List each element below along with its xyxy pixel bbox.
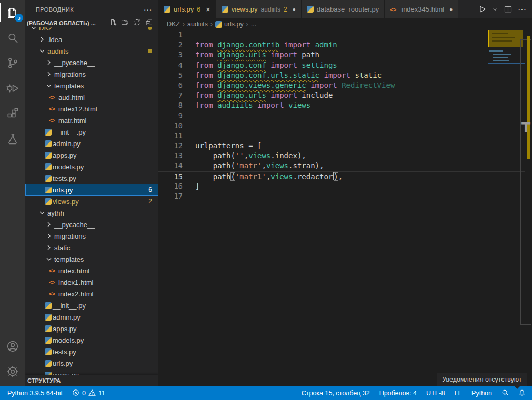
tree-item-index1.html[interactable]: <>index1.html bbox=[25, 276, 158, 288]
line-number: 9 bbox=[158, 111, 183, 121]
code-line-4[interactable]: 4 from django.conf import settings bbox=[158, 60, 525, 70]
line-number: 15 bbox=[158, 172, 183, 181]
code-line-3[interactable]: 3 from django.urls import path bbox=[158, 50, 525, 60]
html-file-icon: <> bbox=[49, 94, 57, 100]
tree-item-aythh[interactable]: aythh bbox=[25, 207, 158, 219]
breadcrumb-item-DKZ[interactable]: DKZ bbox=[167, 20, 180, 28]
tree-item-audiiits[interactable]: audiiits bbox=[25, 45, 158, 57]
tree-item-apps.py[interactable]: apps.py bbox=[25, 149, 158, 161]
tree-item-.idea[interactable]: .idea bbox=[25, 34, 158, 45]
tab-views.py[interactable]: views.py audiiits 2 ● bbox=[216, 0, 302, 18]
feedback-icon[interactable] bbox=[501, 389, 509, 398]
activity-source-control-icon[interactable] bbox=[0, 50, 25, 76]
tree-item-tests.py[interactable]: tests.py bbox=[25, 346, 158, 357]
code-line-15[interactable]: 15 path('matr1',views.redactor), bbox=[158, 171, 525, 181]
tree-item-DKZ[interactable]: DKZ bbox=[25, 27, 158, 34]
code-line-9[interactable]: 9 bbox=[158, 111, 525, 121]
html-file-icon: <> bbox=[49, 106, 57, 112]
code-line-14[interactable]: 14 path('matr',views.stran), bbox=[158, 161, 525, 171]
tree-item-views.py[interactable]: views.py2 bbox=[25, 196, 158, 207]
tree-item-index.html[interactable]: <>index.html bbox=[25, 265, 158, 276]
code-line-2[interactable]: 2 from django.contrib import admin bbox=[158, 40, 525, 50]
run-icon[interactable] bbox=[476, 0, 488, 18]
tree-item-index12.html[interactable]: <>index12.html bbox=[25, 103, 158, 115]
tree-item-migrations[interactable]: migrations bbox=[25, 68, 158, 80]
outline-section-label: СТРУКТУРА bbox=[27, 377, 61, 384]
tree-item-matr.html[interactable]: <>matr.html bbox=[25, 115, 158, 126]
tree-item-urls.py[interactable]: urls.py6 bbox=[25, 184, 158, 196]
activity-extensions-icon[interactable] bbox=[0, 101, 25, 126]
problems-badge: 2 bbox=[148, 198, 152, 205]
activity-explorer-icon[interactable]: 3 bbox=[0, 0, 25, 25]
tree-item-migrations[interactable]: migrations bbox=[25, 230, 158, 242]
tree-item-models.py[interactable]: models.py bbox=[25, 161, 158, 172]
collapse-all-icon[interactable] bbox=[145, 18, 153, 27]
python-file-icon bbox=[45, 348, 52, 355]
tree-item-templates[interactable]: templates bbox=[25, 80, 158, 91]
error-icon bbox=[72, 389, 79, 398]
tree-item-__init__.py[interactable]: __init__.py bbox=[25, 300, 158, 311]
code-line-7[interactable]: 7 from django.urls import include bbox=[158, 90, 525, 100]
new-folder-icon[interactable] bbox=[121, 18, 129, 27]
bell-icon[interactable] bbox=[518, 389, 526, 398]
status-eol[interactable]: LF bbox=[454, 389, 462, 397]
tree-item-static[interactable]: static bbox=[25, 242, 158, 253]
code-line-11[interactable]: 11 bbox=[158, 131, 525, 141]
status-cursor-position[interactable]: Строка 15, столбец 32 bbox=[302, 389, 370, 397]
activity-search-icon[interactable] bbox=[0, 25, 25, 50]
status-indentation[interactable]: Пробелов: 4 bbox=[379, 389, 417, 397]
refresh-icon[interactable] bbox=[133, 18, 141, 27]
new-file-icon[interactable] bbox=[109, 18, 117, 27]
tree-item-urls.py[interactable]: urls.py bbox=[25, 357, 158, 369]
workspace-section-header[interactable]: (РАБОЧАЯ ОБЛАСТЬ) ... bbox=[25, 18, 158, 27]
breadcrumb-item-audiiits[interactable]: audiiits bbox=[187, 20, 208, 28]
line-number: 11 bbox=[158, 131, 183, 141]
python-file-icon bbox=[45, 198, 52, 205]
breadcrumb-item-urls.py[interactable]: urls.py bbox=[215, 20, 244, 28]
tree-item-admin.py[interactable]: admin.py bbox=[25, 138, 158, 149]
tree-item-apps.py[interactable]: apps.py bbox=[25, 323, 158, 334]
activity-settings-icon[interactable] bbox=[0, 359, 25, 384]
tree-item-index2.html[interactable]: <>index2.html bbox=[25, 288, 158, 300]
tree-item-templates[interactable]: templates bbox=[25, 253, 158, 265]
activity-testing-icon[interactable] bbox=[0, 126, 25, 151]
code-line-17[interactable]: 17 bbox=[158, 191, 525, 201]
tree-item-views.py[interactable]: views.py bbox=[25, 369, 158, 375]
code-line-5[interactable]: 5 from django.conf.urls.static import st… bbox=[158, 70, 525, 80]
tree-item-__init__.py[interactable]: __init__.py bbox=[25, 126, 158, 138]
status-language-mode[interactable]: Python bbox=[471, 389, 492, 397]
status-problems[interactable]: 0 11 bbox=[72, 389, 105, 398]
activity-account-icon[interactable] bbox=[0, 334, 25, 359]
more-actions-icon[interactable]: ··· bbox=[516, 0, 528, 18]
tab-database_roouter.py[interactable]: database_roouter.py bbox=[302, 0, 385, 18]
tree-item-tests.py[interactable]: tests.py bbox=[25, 172, 158, 184]
code-editor[interactable]: 1 2 from django.contrib import admin 3 f… bbox=[158, 30, 532, 201]
code-line-10[interactable]: 10 bbox=[158, 121, 525, 131]
code-line-12[interactable]: 12 urlpatterns = [ bbox=[158, 141, 525, 151]
tab-index345.html[interactable]: <> index345.html ● bbox=[385, 0, 458, 18]
activity-run-debug-icon[interactable] bbox=[0, 76, 25, 101]
explorer-more-actions-icon[interactable]: ··· bbox=[144, 5, 152, 14]
breadcrumb-item-...[interactable]: ... bbox=[251, 20, 256, 28]
tab-bar: urls.py 6 × views.py audiiits 2 ● databa… bbox=[158, 0, 532, 18]
close-icon[interactable]: × bbox=[206, 5, 210, 14]
modified-dot-badge bbox=[148, 49, 152, 53]
split-editor-icon[interactable] bbox=[502, 0, 514, 18]
tree-item-__pycache__[interactable]: __pycache__ bbox=[25, 57, 158, 68]
code-line-13[interactable]: 13 path('',views.index), bbox=[158, 151, 525, 161]
tree-item-__pycache__[interactable]: __pycache__ bbox=[25, 219, 158, 230]
tree-item-admin.py[interactable]: admin.py bbox=[25, 311, 158, 323]
tree-item-models.py[interactable]: models.py bbox=[25, 334, 158, 346]
status-encoding[interactable]: UTF-8 bbox=[426, 389, 445, 397]
run-dropdown-icon[interactable] bbox=[490, 0, 500, 18]
dirty-dot-icon: ● bbox=[293, 6, 296, 12]
tab-urls.py[interactable]: urls.py 6 × bbox=[158, 0, 216, 18]
outline-section-header[interactable]: СТРУКТУРА bbox=[25, 375, 158, 386]
code-line-1[interactable]: 1 bbox=[158, 30, 525, 40]
code-line-16[interactable]: 16 ] bbox=[158, 181, 525, 191]
code-line-6[interactable]: 6 from django.views.generic import Redir… bbox=[158, 80, 525, 90]
status-python-interpreter[interactable]: Python 3.9.5 64-bit bbox=[7, 389, 63, 397]
code-line-8[interactable]: 8 from audiiits import views bbox=[158, 100, 525, 110]
line-number: 5 bbox=[158, 70, 183, 80]
tree-item-aud.html[interactable]: <>aud.html bbox=[25, 91, 158, 103]
